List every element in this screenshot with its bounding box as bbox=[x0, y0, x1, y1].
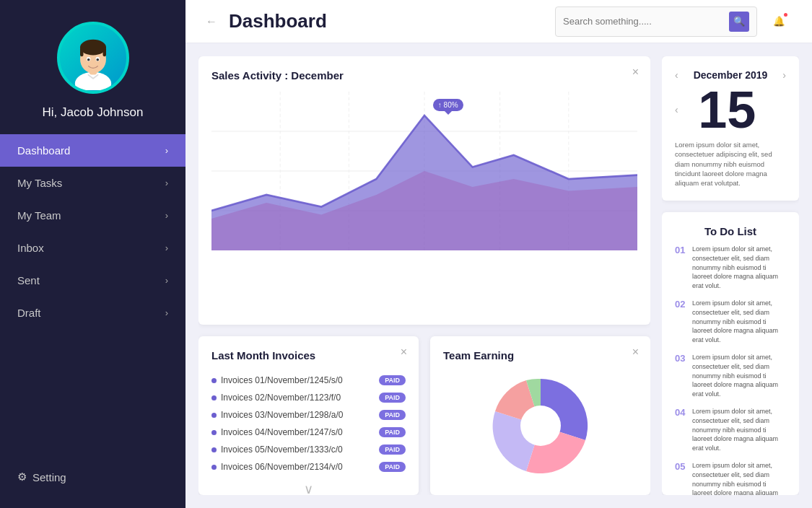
sidebar-item-inbox[interactable]: Inbox › bbox=[0, 232, 185, 264]
cal-next-button[interactable]: › bbox=[782, 69, 786, 81]
invoices-card: Last Month Invoices × Invoices 01/Novemb… bbox=[198, 336, 419, 495]
invoice-bullet bbox=[211, 395, 217, 400]
todo-item: 03 Lorem ipsum dolor sit amet, consectet… bbox=[675, 353, 786, 398]
invoice-item: Invoices 02/November/1123/f/0 PAID bbox=[211, 389, 406, 406]
invoice-label: Invoices 03/November/1298/a/0 bbox=[211, 410, 343, 420]
svg-point-9 bbox=[87, 58, 90, 61]
todo-number: 05 bbox=[675, 461, 686, 495]
nav-label-dashboard: Dashboard bbox=[17, 144, 70, 157]
invoice-bullet bbox=[211, 447, 217, 452]
sales-close-button[interactable]: × bbox=[632, 66, 639, 78]
header-left: ← Dashboard bbox=[206, 10, 327, 32]
todo-number: 03 bbox=[675, 353, 686, 398]
search-box: 🔍 bbox=[555, 6, 757, 37]
svg-point-19 bbox=[520, 406, 561, 446]
header: ← Dashboard 🔍 🔔 bbox=[185, 0, 812, 43]
invoice-text: Invoices 02/November/1123/f/0 bbox=[221, 393, 341, 403]
invoice-label: Invoices 02/November/1123/f/0 bbox=[211, 393, 341, 403]
nav-label-draft: Draft bbox=[17, 307, 41, 319]
todo-card: To Do List 01 Lorem ipsum dolor sit amet… bbox=[662, 212, 799, 495]
search-button[interactable]: 🔍 bbox=[729, 12, 749, 32]
main-area: ← Dashboard 🔍 🔔 Sales Activity : Decembe… bbox=[185, 0, 812, 508]
chevron-right-icon: › bbox=[165, 275, 168, 286]
search-input[interactable] bbox=[563, 16, 729, 27]
sidebar-item-my-tasks[interactable]: My Tasks › bbox=[0, 167, 185, 199]
invoice-list: Invoices 01/November/1245/s/0 PAID Invoi… bbox=[211, 372, 406, 476]
chevron-right-icon: › bbox=[165, 178, 168, 188]
greeting: Hi, Jacob Johnson bbox=[43, 105, 144, 120]
todo-number: 02 bbox=[675, 299, 686, 344]
chevron-right-icon: › bbox=[165, 210, 168, 221]
bell-icon: 🔔 bbox=[773, 16, 785, 27]
right-column: ‹ December 2019 › ‹ 15 Lorem ipsum dolor… bbox=[662, 56, 799, 495]
svg-point-4 bbox=[80, 40, 106, 56]
invoice-item: Invoices 03/November/1298/a/0 PAID bbox=[211, 406, 406, 424]
invoice-text: Invoices 03/November/1298/a/0 bbox=[221, 410, 343, 420]
invoice-label: Invoices 06/November/2134/v/0 bbox=[211, 462, 343, 472]
invoice-item: Invoices 04/November/1247/s/0 PAID bbox=[211, 424, 406, 441]
invoice-bullet bbox=[211, 430, 217, 435]
todo-text: Lorem ipsum dolor sit amet, consectetuer… bbox=[692, 353, 786, 398]
invoice-text: Invoices 05/November/1333/c/0 bbox=[221, 444, 343, 455]
calendar-header: ‹ December 2019 › bbox=[675, 69, 786, 81]
todo-item: 05 Lorem ipsum dolor sit amet, consectet… bbox=[675, 461, 786, 495]
invoice-item: Invoices 06/November/2134/v/0 PAID bbox=[211, 458, 406, 476]
cal-day-prev-button[interactable]: ‹ bbox=[675, 104, 678, 115]
sales-chart-title: Sales Activity : December bbox=[211, 69, 637, 82]
chevron-right-icon: › bbox=[165, 145, 168, 156]
bottom-row: Last Month Invoices × Invoices 01/Novemb… bbox=[198, 336, 650, 495]
sidebar: Hi, Jacob Johnson Dashboard › My Tasks ›… bbox=[0, 0, 185, 508]
cal-prev-button[interactable]: ‹ bbox=[675, 69, 678, 81]
back-arrow-icon[interactable]: ← bbox=[206, 15, 217, 28]
paid-badge: PAID bbox=[379, 375, 406, 385]
setting-button[interactable]: ⚙ Setting bbox=[0, 460, 185, 494]
center-column: Sales Activity : December × ↑ 80% bbox=[198, 56, 650, 495]
gear-icon: ⚙ bbox=[17, 470, 27, 483]
calendar-description: Lorem ipsum dolor sit amet, consectetuer… bbox=[675, 140, 786, 188]
nav-label-my-tasks: My Tasks bbox=[17, 177, 62, 189]
invoice-text: Invoices 01/November/1245/s/0 bbox=[221, 375, 343, 385]
svg-point-10 bbox=[96, 58, 99, 61]
paid-badge: PAID bbox=[379, 410, 406, 420]
chevron-right-icon: › bbox=[165, 242, 168, 253]
page-title: Dashboard bbox=[229, 10, 327, 32]
invoice-text: Invoices 04/November/1247/s/0 bbox=[221, 427, 343, 437]
todo-text: Lorem ipsum dolor sit amet, consectetuer… bbox=[692, 461, 786, 495]
todo-item: 01 Lorem ipsum dolor sit amet, consectet… bbox=[675, 245, 786, 290]
todo-item: 02 Lorem ipsum dolor sit amet, consectet… bbox=[675, 299, 786, 344]
sidebar-item-dashboard[interactable]: Dashboard › bbox=[0, 134, 185, 167]
invoices-close-button[interactable]: × bbox=[401, 346, 407, 358]
todo-title: To Do List bbox=[675, 225, 786, 237]
invoice-bullet bbox=[211, 465, 217, 470]
sidebar-item-sent[interactable]: Sent › bbox=[0, 264, 185, 297]
pie-chart-container bbox=[443, 372, 637, 480]
sidebar-item-draft[interactable]: Draft › bbox=[0, 297, 185, 329]
nav-label-my-team: My Team bbox=[17, 209, 61, 222]
todo-number: 04 bbox=[675, 407, 686, 452]
content-area: Sales Activity : December × ↑ 80% bbox=[185, 43, 812, 508]
earning-close-button[interactable]: × bbox=[632, 346, 639, 358]
sidebar-item-my-team[interactable]: My Team › bbox=[0, 199, 185, 232]
invoice-label: Invoices 01/November/1245/s/0 bbox=[211, 375, 343, 385]
invoice-bullet bbox=[211, 378, 217, 383]
paid-badge: PAID bbox=[379, 393, 406, 403]
invoice-label: Invoices 04/November/1247/s/0 bbox=[211, 427, 343, 437]
team-earning-title: Team Earning bbox=[443, 349, 637, 362]
nav-list: Dashboard › My Tasks › My Team › Inbox ›… bbox=[0, 134, 185, 329]
invoice-text: Invoices 06/November/2134/v/0 bbox=[221, 462, 343, 472]
todo-number: 01 bbox=[675, 245, 686, 290]
notification-dot bbox=[782, 12, 789, 18]
invoices-title: Last Month Invoices bbox=[211, 349, 406, 362]
invoice-item: Invoices 05/November/1333/c/0 PAID bbox=[211, 441, 406, 458]
invoice-label: Invoices 05/November/1333/c/0 bbox=[211, 444, 343, 455]
invoice-item: Invoices 01/November/1245/s/0 PAID bbox=[211, 372, 406, 389]
header-right: 🔍 🔔 bbox=[555, 6, 792, 37]
notification-button[interactable]: 🔔 bbox=[766, 9, 792, 35]
chart-tooltip: ↑ 80% bbox=[433, 99, 463, 111]
paid-badge: PAID bbox=[379, 427, 406, 437]
paid-badge: PAID bbox=[379, 462, 406, 472]
chevron-right-icon: › bbox=[165, 307, 168, 318]
sales-activity-card: Sales Activity : December × ↑ 80% bbox=[198, 56, 650, 325]
down-arrow-icon[interactable]: ∨ bbox=[211, 481, 406, 495]
paid-badge: PAID bbox=[379, 444, 406, 455]
